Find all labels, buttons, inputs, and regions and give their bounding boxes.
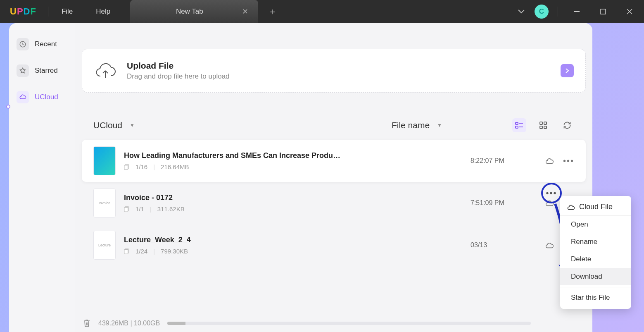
file-size: 799.30KB [161, 248, 188, 255]
context-menu: Cloud File Open Rename Delete Download S… [560, 196, 631, 309]
pages-icon [124, 206, 130, 212]
app-window: Recent Starred UCloud Upload File Drag a… [9, 23, 592, 332]
file-name: Invoice - 0172 [124, 193, 343, 202]
file-thumbnail: Lecture [93, 231, 116, 260]
star-icon [17, 64, 29, 77]
storage-used: 439.26MB [98, 320, 128, 327]
file-info: Invoice - 0172 1/1 | 311.62KB [124, 193, 462, 213]
context-menu-delete[interactable]: Delete [560, 251, 631, 268]
context-menu-star[interactable]: Star this File [560, 289, 631, 306]
file-time: 7:51:09 PM [471, 199, 537, 207]
file-actions: ••• [545, 156, 574, 166]
context-menu-title: Cloud File [579, 203, 613, 211]
context-menu-rename[interactable]: Rename [560, 233, 631, 251]
file-name: How Leading Manufacturers and SMEs Can I… [124, 151, 343, 160]
sidebar-item-recent[interactable]: Recent [14, 35, 70, 54]
divider [48, 7, 48, 17]
location-dropdown[interactable]: UCloud ▼ [93, 120, 135, 130]
tab-new[interactable]: New Tab ✕ [130, 0, 258, 23]
refresh-button[interactable] [560, 118, 574, 132]
minimize-button[interactable] [567, 3, 586, 20]
svg-rect-8 [544, 122, 547, 124]
app-logo: UPDF [0, 6, 46, 17]
separator: | [153, 163, 155, 170]
upload-title: Upload File [127, 61, 230, 71]
upload-subtitle: Drag and drop file here to upload [127, 72, 230, 81]
sort-label: File name [392, 120, 430, 130]
svg-rect-14 [124, 207, 128, 212]
file-row[interactable]: How Leading Manufacturers and SMEs Can I… [82, 140, 586, 182]
context-menu-header: Cloud File [560, 198, 631, 216]
user-avatar[interactable]: C [535, 5, 549, 19]
maximize-button[interactable] [594, 3, 613, 20]
sidebar-label: UCloud [35, 93, 58, 101]
cloud-status-icon[interactable] [545, 199, 554, 207]
list-header: UCloud ▼ File name ▼ [82, 118, 586, 140]
file-meta: 1/16 | 216.64MB [124, 163, 462, 170]
close-tab-icon[interactable]: ✕ [240, 5, 250, 18]
view-controls [512, 118, 574, 132]
pages-icon [124, 248, 130, 254]
file-thumbnail [93, 146, 116, 175]
location-label: UCloud [93, 120, 122, 130]
cloud-icon [17, 91, 29, 103]
storage-info: 439.26MB | 10.00GB [98, 320, 160, 327]
divider [558, 7, 558, 17]
add-tab-button[interactable]: ＋ [258, 5, 287, 18]
separator: | [153, 248, 155, 255]
svg-rect-7 [540, 122, 542, 124]
active-indicator [6, 105, 10, 109]
context-menu-download[interactable]: Download [560, 268, 631, 285]
sidebar-item-starred[interactable]: Starred [14, 61, 70, 80]
upload-text: Upload File Drag and drop file here to u… [127, 61, 230, 81]
svg-rect-0 [574, 11, 580, 12]
cloud-status-icon[interactable] [545, 157, 554, 165]
file-name: Lecture_Week_2_4 [124, 236, 343, 244]
menu-help[interactable]: Help [84, 0, 122, 23]
file-thumbnail: Invoice [93, 189, 116, 217]
progress-fill [167, 322, 185, 325]
list-view-button[interactable] [512, 118, 526, 132]
close-window-button[interactable] [620, 3, 639, 20]
sidebar-item-ucloud[interactable]: UCloud [14, 88, 70, 107]
storage-total: 10.00GB [134, 320, 160, 327]
divider [560, 287, 631, 287]
file-size: 311.62KB [157, 205, 185, 213]
pages-icon [124, 164, 130, 170]
grid-view-button[interactable] [536, 118, 550, 132]
dropdown-arrow-icon: ▼ [437, 122, 442, 128]
file-info: How Leading Manufacturers and SMEs Can I… [124, 151, 462, 170]
file-row[interactable]: Invoice Invoice - 0172 1/1 | 311.62KB 7:… [82, 182, 586, 224]
file-pages: 1/16 [135, 163, 147, 170]
upload-dropzone[interactable]: Upload File Drag and drop file here to u… [82, 49, 586, 93]
context-menu-open[interactable]: Open [560, 216, 631, 233]
separator: | [150, 205, 152, 213]
sidebar-label: Starred [35, 67, 58, 75]
svg-rect-1 [601, 9, 606, 14]
titlebar-right: C [516, 3, 644, 20]
file-time: 8:22:07 PM [471, 157, 537, 165]
expand-button[interactable] [561, 64, 574, 77]
svg-rect-16 [124, 249, 128, 254]
sort-dropdown[interactable]: File name ▼ [392, 120, 442, 130]
main-content: Upload File Drag and drop file here to u… [75, 23, 592, 332]
tab-title: New Tab [138, 7, 240, 16]
file-pages: 1/1 [135, 205, 144, 213]
file-row[interactable]: Lecture Lecture_Week_2_4 1/24 | 799.30KB… [82, 224, 586, 266]
file-pages: 1/24 [135, 248, 147, 255]
chevron-down-icon[interactable] [516, 7, 527, 16]
more-actions-button[interactable]: ••• [563, 156, 574, 166]
file-list: How Leading Manufacturers and SMEs Can I… [82, 140, 586, 266]
menu-file[interactable]: File [50, 0, 84, 23]
cloud-status-icon[interactable] [545, 241, 554, 249]
file-size: 216.64MB [161, 163, 189, 170]
file-meta: 1/24 | 799.30KB [124, 248, 462, 255]
sidebar-label: Recent [35, 40, 57, 48]
trash-icon[interactable] [83, 319, 91, 328]
footer: 439.26MB | 10.00GB [79, 315, 586, 332]
svg-rect-12 [124, 165, 128, 170]
svg-rect-9 [540, 126, 542, 129]
cloud-upload-icon [94, 59, 117, 82]
svg-rect-10 [544, 126, 547, 129]
file-info: Lecture_Week_2_4 1/24 | 799.30KB [124, 236, 462, 255]
